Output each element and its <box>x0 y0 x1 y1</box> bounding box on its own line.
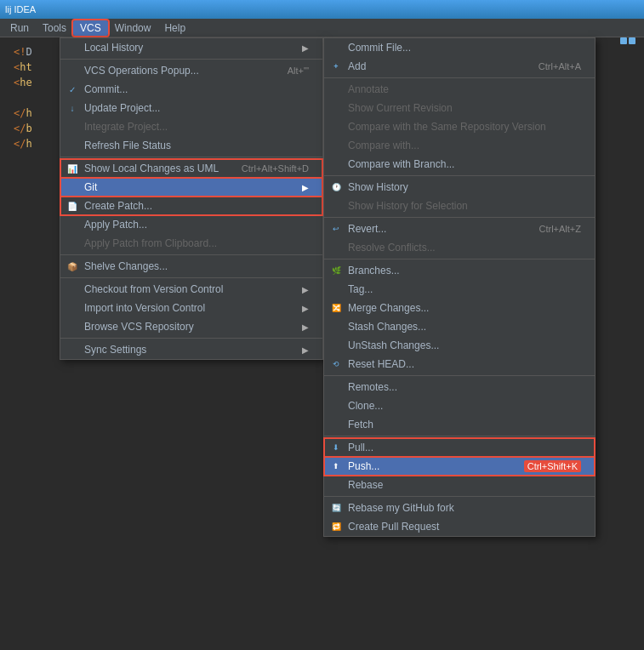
create-patch-icon: 📄 <box>66 199 79 213</box>
menu-vcs[interactable]: VCS <box>73 20 108 36</box>
menu-apply-patch[interactable]: Apply Patch... <box>60 215 322 234</box>
git-label: Git <box>84 181 97 193</box>
git-revert-icon: ↩ <box>329 222 343 236</box>
git-compare-same-label: Compare with the Same Repository Version <box>348 121 546 133</box>
import-arrow: ▶ <box>302 304 309 313</box>
git-revert-shortcut: Ctrl+Alt+Z <box>539 224 581 234</box>
refresh-label: Refresh File Status <box>84 140 171 151</box>
git-show-current: Show Current Revision <box>324 99 595 117</box>
git-add[interactable]: + Add Ctrl+Alt+A <box>324 57 595 76</box>
git-compare-with-label: Compare with... <box>348 140 419 151</box>
git-commit-file[interactable]: Commit File... <box>324 38 595 57</box>
git-show-history-label: Show History <box>348 181 408 193</box>
commit-label: Commit... <box>84 83 128 95</box>
menu-import[interactable]: Import into Version Control ▶ <box>60 299 322 317</box>
git-stash[interactable]: Stash Changes... <box>324 317 595 336</box>
menu-window[interactable]: Window <box>108 20 158 36</box>
menu-create-patch[interactable]: 📄 Create Patch... <box>60 197 322 215</box>
vcs-indicator <box>620 37 635 44</box>
git-merge[interactable]: 🔀 Merge Changes... <box>324 299 595 317</box>
git-compare-with: Compare with... <box>324 136 595 155</box>
git-show-current-label: Show Current Revision <box>348 102 453 114</box>
browse-arrow: ▶ <box>302 322 309 332</box>
git-push-shortcut: Ctrl+Shift+K <box>524 460 581 472</box>
git-annotate: Annotate <box>324 80 595 99</box>
git-unstash[interactable]: UnStash Changes... <box>324 336 595 355</box>
git-sep5 <box>324 375 595 376</box>
git-sep7 <box>324 496 595 497</box>
sep4 <box>60 277 322 278</box>
git-sep4 <box>324 259 595 259</box>
import-label: Import into Version Control <box>84 302 205 314</box>
git-fetch[interactable]: Fetch <box>324 415 595 434</box>
title-text: lij IDEA <box>5 4 36 14</box>
menu-git[interactable]: Git ▶ <box>60 178 322 197</box>
git-tag-label: Tag... <box>348 283 373 295</box>
git-rebase-github[interactable]: 🔄 Rebase my GitHub fork <box>324 499 595 517</box>
git-pull-icon: ⬇ <box>329 441 343 454</box>
git-push[interactable]: ⬆ Push... Ctrl+Shift+K <box>324 457 595 476</box>
git-stash-label: Stash Changes... <box>348 321 426 333</box>
git-rebase-github-label: Rebase my GitHub fork <box>348 502 454 514</box>
local-history-arrow: ▶ <box>302 43 309 53</box>
git-tag[interactable]: Tag... <box>324 280 595 299</box>
git-history-selection: Show History for Selection <box>324 197 595 215</box>
git-branches-icon: 🌿 <box>329 264 343 277</box>
sep5 <box>60 338 322 339</box>
menu-help[interactable]: Help <box>157 20 192 36</box>
menu-show-local-changes[interactable]: 📊 Show Local Changes as UML Ctrl+Alt+Shi… <box>60 159 322 178</box>
git-create-pr[interactable]: 🔁 Create Pull Request <box>324 517 595 536</box>
git-pull[interactable]: ⬇ Pull... <box>324 438 595 457</box>
git-commit-file-label: Commit File... <box>348 42 411 54</box>
menu-run[interactable]: Run <box>3 20 36 36</box>
vcs-dot-2 <box>629 37 635 44</box>
menu-refresh[interactable]: Refresh File Status <box>60 136 322 155</box>
git-fetch-label: Fetch <box>348 419 373 430</box>
update-label: Update Project... <box>84 102 160 114</box>
show-local-changes-icon: 📊 <box>66 162 79 175</box>
git-sep3 <box>324 217 595 218</box>
menu-sync[interactable]: Sync Settings ▶ <box>60 340 322 359</box>
sync-label: Sync Settings <box>84 344 146 356</box>
git-pull-label: Pull... <box>348 442 373 453</box>
show-local-changes-label: Show Local Changes as UML <box>84 162 219 174</box>
git-resolve: Resolve Conflicts... <box>324 238 595 257</box>
git-add-icon: + <box>329 60 343 73</box>
git-remotes-label: Remotes... <box>348 381 397 393</box>
vcs-dot-1 <box>620 37 627 44</box>
menu-shelve[interactable]: 📦 Shelve Changes... <box>60 257 322 276</box>
menu-browse[interactable]: Browse VCS Repository ▶ <box>60 317 322 336</box>
git-rebase[interactable]: Rebase <box>324 476 595 494</box>
commit-icon: ✓ <box>66 83 79 96</box>
git-show-history[interactable]: 🕐 Show History <box>324 178 595 197</box>
vcs-dropdown: Local History ▶ VCS Operations Popup... … <box>60 37 323 360</box>
git-add-shortcut: Ctrl+Alt+A <box>539 61 581 71</box>
git-history-selection-label: Show History for Selection <box>348 200 468 212</box>
git-arrow: ▶ <box>302 183 309 192</box>
git-compare-same: Compare with the Same Repository Version <box>324 117 595 136</box>
menu-vcs-operations[interactable]: VCS Operations Popup... Alt+"' <box>60 61 322 80</box>
git-revert[interactable]: ↩ Revert... Ctrl+Alt+Z <box>324 220 595 238</box>
apply-patch-label: Apply Patch... <box>84 219 147 231</box>
menu-commit[interactable]: ✓ Commit... <box>60 80 322 99</box>
sep2 <box>60 157 322 157</box>
menu-checkout[interactable]: Checkout from Version Control ▶ <box>60 280 322 299</box>
git-rebase-github-icon: 🔄 <box>329 501 343 515</box>
git-reset-head[interactable]: ⟲ Reset HEAD... <box>324 355 595 373</box>
git-revert-label: Revert... <box>348 223 386 235</box>
menu-bar: Run Tools VCS Window Help <box>0 19 644 37</box>
shelve-label: Shelve Changes... <box>84 260 168 272</box>
integrate-label: Integrate Project... <box>84 121 168 133</box>
git-remotes[interactable]: Remotes... <box>324 378 595 396</box>
update-icon: ↓ <box>66 101 79 115</box>
git-compare-branch[interactable]: Compare with Branch... <box>324 155 595 174</box>
git-rebase-label: Rebase <box>348 479 383 491</box>
git-branches[interactable]: 🌿 Branches... <box>324 261 595 280</box>
menu-tools[interactable]: Tools <box>36 20 73 36</box>
git-branches-label: Branches... <box>348 265 400 277</box>
title-bar: lij IDEA <box>0 0 644 19</box>
show-local-changes-shortcut: Ctrl+Alt+Shift+D <box>242 163 309 174</box>
menu-local-history[interactable]: Local History ▶ <box>60 38 322 57</box>
menu-update[interactable]: ↓ Update Project... <box>60 99 322 117</box>
git-clone[interactable]: Clone... <box>324 396 595 415</box>
